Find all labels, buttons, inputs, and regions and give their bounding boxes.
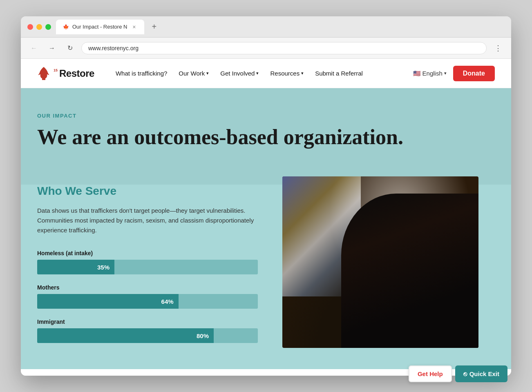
stat-homeless-value: 35% [97,264,110,271]
person-photo-inner [282,176,478,348]
nav-what-is-trafficking[interactable]: What is trafficking? [116,70,167,77]
tab-close-button[interactable]: × [130,23,138,31]
address-bar[interactable] [81,42,487,54]
nav-links: What is trafficking? Our Work ▾ Get Invo… [116,70,400,77]
stat-homeless: Homeless (at intake) 35% [37,250,258,274]
our-work-chevron-icon: ▾ [206,71,209,76]
nav-our-work[interactable]: Our Work ▾ [179,70,209,77]
hero-title: We are an outcomes-based organization. [37,125,495,149]
language-chevron-icon: ▾ [444,71,447,76]
flag-icon: 🇺🇸 [413,70,421,77]
title-bar: 🍁 Our Impact - Restore N × + [21,16,511,38]
site-content: 15 Restore What is trafficking? Our Work… [21,59,511,376]
logo-year-badge: 15 [54,68,58,72]
nav-actions: 🇺🇸 English ▾ Donate [413,66,495,81]
close-window-button[interactable] [27,24,33,30]
stat-mothers: Mothers 64% [37,284,258,309]
logo-text: Restore [59,68,94,79]
stat-mothers-label: Mothers [37,284,258,291]
maximize-window-button[interactable] [45,24,51,30]
stat-immigrant-value: 80% [197,332,209,339]
reload-button[interactable]: ↻ [63,42,76,55]
main-content-section: Who We Serve Data shows us that traffick… [21,185,511,369]
hair-overlay [341,194,478,348]
get-help-button[interactable]: Get Help [409,365,452,382]
right-column [282,185,495,353]
minimize-window-button[interactable] [36,24,42,30]
nav-get-involved[interactable]: Get Involved ▾ [220,70,259,77]
site-logo[interactable]: 15 Restore [37,66,94,81]
section-label: OUR IMPACT [37,113,495,119]
donate-button[interactable]: Donate [453,66,495,81]
stat-homeless-label: Homeless (at intake) [37,250,258,256]
logo-leaf-icon [37,66,50,81]
who-we-serve-title: Who We Serve [37,185,258,198]
left-column: Who We Serve Data shows us that traffick… [37,185,258,353]
hero-section: OUR IMPACT We are an outcomes-based orga… [21,88,511,185]
browser-menu-button[interactable]: ⋮ [492,42,505,55]
browser-window: 🍁 Our Impact - Restore N × + ← → ↻ ⋮ [21,16,511,376]
stat-mothers-value: 64% [161,298,174,305]
stat-mothers-fill: 64% [37,294,179,309]
toolbar: ← → ↻ ⋮ [21,38,511,59]
language-label: English [422,70,443,77]
stat-immigrant-label: Immigrant [37,318,258,325]
language-selector[interactable]: 🇺🇸 English ▾ [413,70,447,77]
stat-homeless-bar: 35% [37,260,258,274]
stat-immigrant-fill: 80% [37,328,214,343]
forward-button[interactable]: → [45,42,58,55]
site-navigation: 15 Restore What is trafficking? Our Work… [21,59,511,88]
back-button[interactable]: ← [27,42,40,55]
resources-chevron-icon: ▾ [301,71,304,76]
who-we-serve-body: Data shows us that traffickers don't tar… [37,206,258,235]
quick-exit-label: Quick Exit [469,370,499,377]
nav-submit-referral[interactable]: Submit a Referral [315,70,363,77]
stat-homeless-fill: 35% [37,260,114,274]
quick-exit-button[interactable]: ⎋ Quick Exit [455,365,507,382]
person-photo [282,176,478,348]
stat-mothers-bar: 64% [37,294,258,309]
new-tab-button[interactable]: + [148,20,161,33]
tab-title: Our Impact - Restore N [72,24,127,30]
traffic-lights [27,24,51,30]
stat-immigrant: Immigrant 80% [37,318,258,343]
get-involved-chevron-icon: ▾ [256,71,259,76]
quick-exit-icon: ⎋ [463,370,467,377]
tab-favicon-icon: 🍁 [63,24,69,30]
bottom-action-bar: Get Help ⎋ Quick Exit [409,365,507,382]
stat-immigrant-bar: 80% [37,328,258,343]
tab-bar: 🍁 Our Impact - Restore N × + [56,20,505,34]
active-tab[interactable]: 🍁 Our Impact - Restore N × [56,20,144,34]
nav-resources[interactable]: Resources ▾ [270,70,304,77]
